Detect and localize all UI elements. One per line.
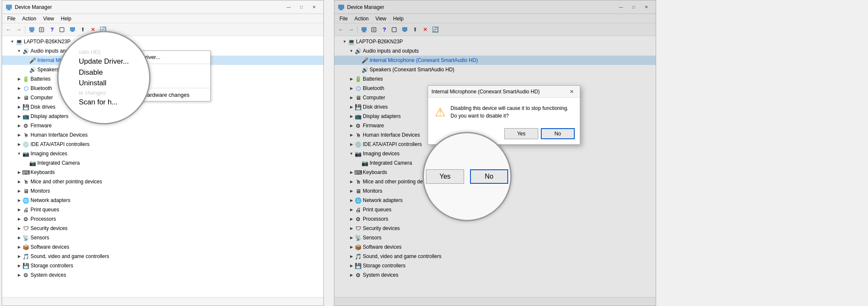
left-tb-help[interactable]: ? [47,25,57,34]
left-monitors-expander[interactable]: ▶ [16,188,22,194]
right-magnified-no[interactable]: No [470,169,508,184]
left-print-label: Print queues [31,207,59,213]
left-root-item[interactable]: ▼ 💻 LAPTOP-B26KN23P [2,37,323,46]
left-disk-icon: 💾 [22,104,29,110]
left-ide-icon: 💿 [22,141,29,148]
left-tb-btn4[interactable] [68,25,77,34]
left-monitors-label: Monitors [31,188,50,194]
left-software-expander[interactable]: ▶ [16,244,22,250]
left-storage-item[interactable]: ▶ 💾 Storage controllers [2,261,323,270]
left-network-label: Network adapters [31,197,70,203]
svg-rect-2 [7,10,11,10]
left-maximize-btn[interactable]: □ [295,3,307,11]
left-processors-label: Processors [31,216,56,222]
left-security-expander[interactable]: ▶ [16,225,22,232]
left-title-text: Device Manager [15,4,280,10]
left-camera-item[interactable]: 📷 Integrated Camera [2,158,323,168]
left-batteries-label: Batteries [31,76,50,82]
left-disk-expander[interactable]: ▶ [16,104,22,110]
left-tb-btn2[interactable] [37,25,47,34]
left-security-item[interactable]: ▶ 🛡 Security devices [2,224,323,233]
left-batteries-expander[interactable]: ▶ [16,76,22,82]
warning-icon: ⚠ [435,105,445,120]
left-firmware-label: Firmware [31,123,52,129]
left-display-icon: 📺 [22,113,29,120]
left-mice-label: Mice and other pointing devices [31,179,102,185]
left-tb-forward[interactable]: → [14,25,23,34]
left-monitors-item[interactable]: ▶ 🖥 Monitors [2,186,323,196]
left-processors-item[interactable]: ▶ ⚙ Processors [2,214,323,224]
left-mice-icon: 🖱 [22,178,29,185]
left-tb-back[interactable]: ← [4,25,13,34]
left-toolbar: ← → ? ⬆ ✕ 🔄 [2,23,323,36]
dialog-message: Disabling this device will cause it to s… [451,104,573,120]
left-sound-item[interactable]: ▶ 🎵 Sound, video and game controllers [2,252,323,261]
left-hid-item[interactable]: ▶ 🖱 Human Interface Devices [2,130,323,140]
left-camera-icon: 📷 [29,160,36,166]
dialog-yes-btn[interactable]: Yes [504,128,538,139]
left-display-expander[interactable]: ▶ [16,113,22,120]
left-window-controls: — □ ✕ [283,3,320,11]
left-storage-icon: 💾 [22,262,29,269]
left-mice-expander[interactable]: ▶ [16,178,22,185]
left-keyboards-item[interactable]: ▶ ⌨ Keyboards [2,168,323,177]
left-close-btn[interactable]: ✕ [308,3,320,11]
left-security-icon: 🛡 [22,225,29,232]
left-sound-icon: 🎵 [22,253,29,260]
dialog-close-btn[interactable]: ✕ [567,88,576,95]
left-menu-action[interactable]: Action [19,15,39,22]
left-title-icon [6,4,12,11]
left-monitors-icon: 🖥 [22,188,29,194]
left-tb-btn1[interactable] [27,25,36,34]
left-network-icon: 🌐 [22,197,29,204]
left-root-expander[interactable]: ▼ [9,38,16,45]
left-print-expander[interactable]: ▶ [16,206,22,213]
left-imaging-expander[interactable]: ▼ [16,150,22,157]
left-disk-item[interactable]: ▶ 💾 Disk drives [2,102,323,112]
left-ide-expander[interactable]: ▶ [16,141,22,148]
left-computer-expander[interactable]: ▶ [16,94,22,101]
left-processors-expander[interactable]: ▶ [16,216,22,222]
dialog-titlebar: Internal Microphone (Conexant SmartAudio… [428,86,580,98]
left-software-item[interactable]: ▶ 📦 Software devices [2,242,323,252]
left-system-item[interactable]: ▶ ⚙ System devices [2,270,323,280]
left-disk-label: Disk drives [31,104,56,110]
left-display-item[interactable]: ▶ 📺 Display adapters [2,112,323,121]
dialog-no-btn[interactable]: No [541,128,575,139]
left-firmware-item[interactable]: ▶ ⚙ Firmware [2,121,323,130]
left-batteries-icon: 🔋 [22,76,29,82]
left-software-icon: 📦 [22,244,29,250]
right-magnified-content: Yes No [426,169,508,184]
left-menu-file[interactable]: File [4,15,19,22]
left-sensors-item[interactable]: ▶ 📡 Sensors [2,233,323,242]
left-sound-expander[interactable]: ▶ [16,253,22,260]
left-ide-item[interactable]: ▶ 💿 IDE ATA/ATAPI controllers [2,140,323,149]
left-statusbar [2,297,323,306]
left-menu-view[interactable]: View [40,15,58,22]
left-speaker-expander [22,66,29,73]
left-print-item[interactable]: ▶ 🖨 Print queues [2,205,323,214]
left-storage-expander[interactable]: ▶ [16,262,22,269]
left-audio-expander[interactable]: ▼ [16,48,22,54]
left-firmware-expander[interactable]: ▶ [16,122,22,129]
left-system-label: System devices [31,272,66,278]
left-system-expander[interactable]: ▶ [16,272,22,278]
svg-rect-11 [70,27,75,31]
left-tb-btn3[interactable] [58,25,67,34]
right-magnified-yes[interactable]: Yes [426,169,464,184]
left-sensors-expander[interactable]: ▶ [16,234,22,241]
left-tb-update[interactable]: ⬆ [78,25,87,34]
left-network-item[interactable]: ▶ 🌐 Network adapters [2,196,323,205]
left-network-expander[interactable]: ▶ [16,197,22,204]
left-root-label: LAPTOP-B26KN23P [24,39,71,45]
left-system-icon: ⚙ [22,272,29,278]
left-mic-icon: 🎤 [29,57,36,64]
left-sensors-label: Sensors [31,235,49,241]
left-hid-expander[interactable]: ▶ [16,132,22,138]
left-bluetooth-expander[interactable]: ▶ [16,85,22,92]
left-camera-label: Integrated Camera [37,160,80,166]
left-mice-item[interactable]: ▶ 🖱 Mice and other pointing devices [2,177,323,186]
left-minimize-btn[interactable]: — [283,3,295,11]
left-imaging-item[interactable]: ▼ 📷 Imaging devices [2,149,323,158]
left-menu-help[interactable]: Help [58,15,75,22]
